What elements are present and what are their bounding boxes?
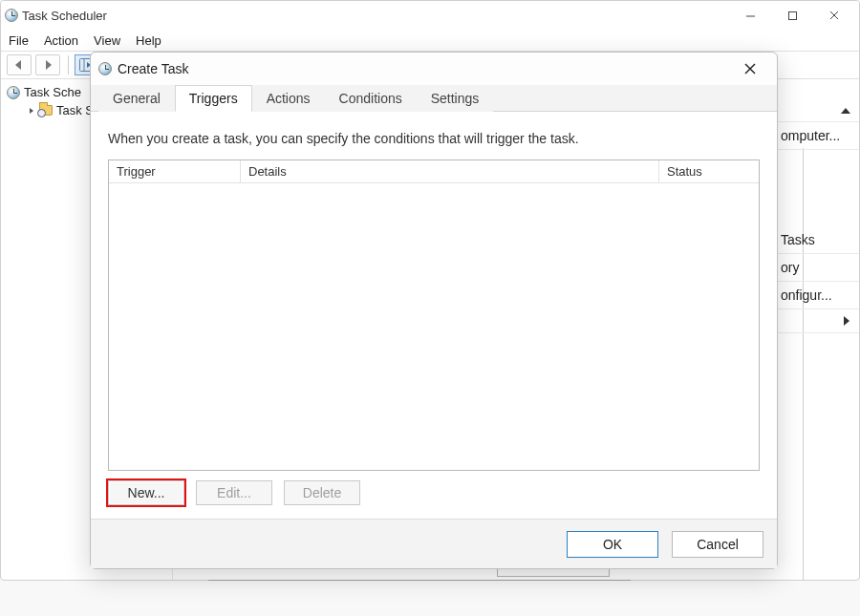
triggers-rows[interactable] — [109, 183, 759, 470]
panel-expand-button[interactable] — [773, 309, 859, 333]
tab-conditions[interactable]: Conditions — [325, 85, 417, 112]
clock-icon — [5, 9, 18, 22]
tab-triggers[interactable]: Triggers — [175, 85, 252, 112]
tab-general[interactable]: General — [98, 85, 175, 112]
tab-actions[interactable]: Actions — [252, 85, 325, 112]
folder-icon — [39, 105, 53, 116]
main-title: Task Scheduler — [22, 9, 107, 23]
clock-icon — [7, 86, 20, 99]
delete-trigger-button[interactable]: Delete — [284, 480, 360, 505]
column-trigger[interactable]: Trigger — [109, 160, 241, 182]
tree-child-label: Task S — [56, 103, 94, 117]
menu-file[interactable]: File — [9, 33, 29, 48]
dialog-titlebar: Create Task — [91, 53, 777, 85]
dialog-footer: OK Cancel — [91, 519, 777, 568]
panel-item[interactable]: onfigur... — [773, 282, 859, 309]
new-trigger-button[interactable]: New... — [108, 480, 184, 505]
maximize-button[interactable] — [771, 2, 813, 29]
svg-marker-4 — [15, 60, 21, 70]
panel-item[interactable]: ory — [773, 254, 859, 282]
minimize-button[interactable] — [729, 2, 771, 29]
chevron-right-icon — [28, 107, 35, 115]
close-button[interactable] — [813, 2, 855, 29]
back-button[interactable] — [7, 54, 32, 75]
triggers-table: Trigger Details Status — [108, 159, 760, 471]
column-details[interactable]: Details — [241, 160, 659, 182]
create-task-dialog: Create Task General Triggers Actions Con… — [90, 52, 778, 569]
svg-marker-9 — [30, 108, 33, 114]
menu-view[interactable]: View — [94, 33, 120, 48]
menubar: File Action View Help — [1, 30, 859, 51]
svg-marker-11 — [844, 316, 849, 326]
svg-rect-1 — [788, 11, 796, 19]
svg-marker-10 — [841, 108, 850, 114]
panel-item[interactable]: Tasks — [773, 226, 859, 254]
edit-trigger-button[interactable]: Edit... — [196, 480, 272, 505]
triggers-header: Trigger Details Status — [109, 160, 759, 183]
toolbar-divider — [68, 55, 69, 74]
triggers-description: When you create a task, you can specify … — [108, 131, 760, 146]
dialog-title: Create Task — [118, 61, 188, 76]
dialog-close-button[interactable] — [731, 55, 769, 82]
tab-settings[interactable]: Settings — [417, 85, 494, 112]
menu-action[interactable]: Action — [44, 33, 78, 48]
panel-item[interactable]: omputer... — [773, 122, 859, 150]
main-titlebar: Task Scheduler — [1, 1, 859, 30]
ok-button[interactable]: OK — [567, 531, 658, 558]
column-status[interactable]: Status — [659, 160, 759, 182]
triggers-action-buttons: New... Edit... Delete — [108, 480, 760, 505]
forward-button[interactable] — [35, 54, 60, 75]
menu-help[interactable]: Help — [136, 33, 161, 48]
dialog-body: When you create a task, you can specify … — [91, 112, 777, 519]
clock-icon — [98, 62, 112, 75]
dialog-tabs: General Triggers Actions Conditions Sett… — [91, 85, 777, 112]
cancel-button[interactable]: Cancel — [672, 531, 763, 558]
panel-collapse-button[interactable] — [773, 100, 859, 122]
tree-root-label: Task Sche — [24, 85, 81, 99]
svg-marker-5 — [46, 60, 52, 70]
